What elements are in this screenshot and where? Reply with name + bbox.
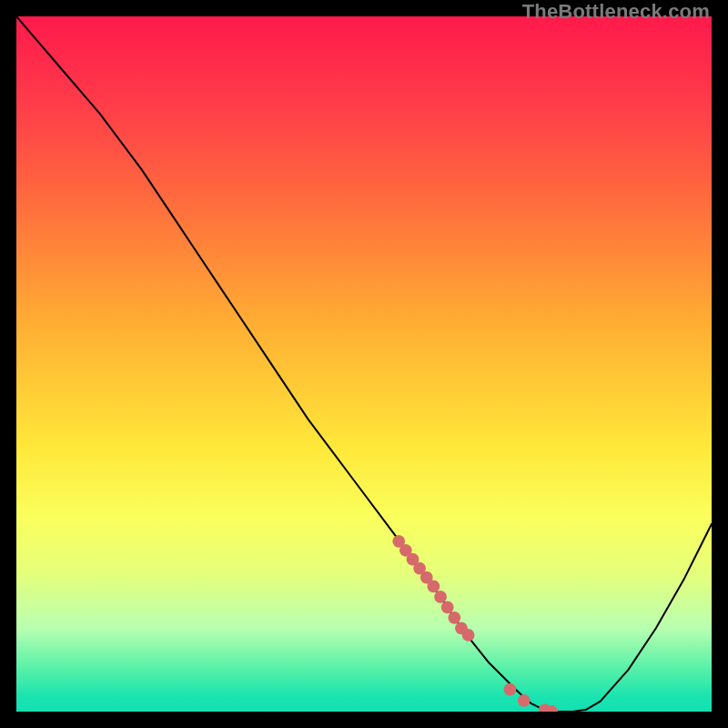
highlight-dot <box>434 591 447 603</box>
chart-frame: TheBottleneck.com <box>0 0 728 728</box>
watermark-text: TheBottleneck.com <box>522 0 710 24</box>
highlight-dots <box>16 16 712 712</box>
highlight-dot <box>441 602 454 614</box>
plot-area <box>16 16 712 712</box>
highlight-dot <box>462 629 475 642</box>
highlight-dot <box>428 581 440 593</box>
highlight-dot <box>504 683 517 696</box>
highlight-dot <box>518 694 531 707</box>
highlight-dot <box>448 612 460 624</box>
